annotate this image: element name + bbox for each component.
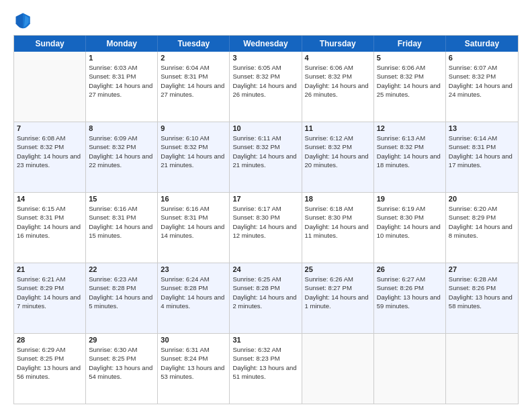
day-info: Sunrise: 6:16 AMSunset: 8:31 PMDaylight:… — [161, 204, 226, 240]
day-info: Sunrise: 6:13 AMSunset: 8:32 PMDaylight:… — [377, 134, 443, 169]
day-number: 15 — [89, 195, 154, 203]
day-number: 12 — [377, 124, 443, 132]
calendar-cell-18: 18Sunrise: 6:18 AMSunset: 8:30 PMDayligh… — [302, 193, 374, 263]
header-day-saturday: Saturday — [446, 36, 518, 52]
calendar-body: 1Sunrise: 6:03 AMSunset: 8:31 PMDaylight… — [14, 52, 518, 404]
day-number: 5 — [377, 54, 443, 62]
day-info: Sunrise: 6:19 AMSunset: 8:30 PMDaylight:… — [377, 204, 443, 240]
calendar-row-1: 7Sunrise: 6:08 AMSunset: 8:32 PMDaylight… — [14, 122, 518, 192]
day-info: Sunrise: 6:08 AMSunset: 8:32 PMDaylight:… — [17, 134, 83, 169]
day-info: Sunrise: 6:12 AMSunset: 8:32 PMDaylight:… — [305, 134, 371, 169]
day-number: 6 — [449, 54, 515, 62]
calendar-cell-15: 15Sunrise: 6:16 AMSunset: 8:31 PMDayligh… — [86, 193, 158, 263]
calendar-cell-7: 7Sunrise: 6:08 AMSunset: 8:32 PMDaylight… — [14, 122, 86, 192]
calendar-cell-empty — [374, 334, 446, 404]
calendar: SundayMondayTuesdayWednesdayThursdayFrid… — [13, 35, 519, 404]
calendar-cell-empty — [446, 334, 518, 404]
day-info: Sunrise: 6:06 AMSunset: 8:32 PMDaylight:… — [305, 63, 371, 99]
calendar-cell-27: 27Sunrise: 6:28 AMSunset: 8:26 PMDayligh… — [446, 263, 518, 333]
day-number: 4 — [305, 54, 371, 62]
calendar-cell-14: 14Sunrise: 6:15 AMSunset: 8:31 PMDayligh… — [14, 193, 86, 263]
calendar-cell-4: 4Sunrise: 6:06 AMSunset: 8:32 PMDaylight… — [302, 52, 374, 122]
day-number: 19 — [377, 195, 443, 203]
day-info: Sunrise: 6:31 AMSunset: 8:24 PMDaylight:… — [161, 345, 226, 381]
calendar-cell-13: 13Sunrise: 6:14 AMSunset: 8:31 PMDayligh… — [446, 122, 518, 192]
calendar-cell-19: 19Sunrise: 6:19 AMSunset: 8:30 PMDayligh… — [374, 193, 446, 263]
day-number: 17 — [232, 195, 298, 203]
day-info: Sunrise: 6:32 AMSunset: 8:23 PMDaylight:… — [232, 345, 298, 381]
calendar-cell-10: 10Sunrise: 6:11 AMSunset: 8:32 PMDayligh… — [230, 122, 302, 192]
day-info: Sunrise: 6:10 AMSunset: 8:32 PMDaylight:… — [161, 134, 226, 169]
calendar-cell-23: 23Sunrise: 6:24 AMSunset: 8:28 PMDayligh… — [158, 263, 230, 333]
header-day-wednesday: Wednesday — [230, 36, 302, 52]
calendar-cell-31: 31Sunrise: 6:32 AMSunset: 8:23 PMDayligh… — [230, 334, 302, 404]
day-number: 22 — [89, 265, 154, 273]
day-number: 14 — [17, 195, 83, 203]
day-info: Sunrise: 6:15 AMSunset: 8:31 PMDaylight:… — [17, 204, 83, 240]
calendar-cell-20: 20Sunrise: 6:20 AMSunset: 8:29 PMDayligh… — [446, 193, 518, 263]
day-info: Sunrise: 6:26 AMSunset: 8:27 PMDaylight:… — [305, 275, 371, 310]
day-info: Sunrise: 6:06 AMSunset: 8:32 PMDaylight:… — [377, 63, 443, 99]
logo — [13, 11, 35, 30]
calendar-cell-9: 9Sunrise: 6:10 AMSunset: 8:32 PMDaylight… — [158, 122, 230, 192]
day-info: Sunrise: 6:05 AMSunset: 8:32 PMDaylight:… — [232, 63, 298, 99]
day-number: 31 — [232, 336, 298, 344]
day-info: Sunrise: 6:07 AMSunset: 8:32 PMDaylight:… — [449, 63, 515, 99]
calendar-cell-8: 8Sunrise: 6:09 AMSunset: 8:32 PMDaylight… — [86, 122, 158, 192]
day-number: 8 — [89, 124, 154, 132]
day-info: Sunrise: 6:29 AMSunset: 8:25 PMDaylight:… — [17, 345, 83, 381]
day-number: 9 — [161, 124, 226, 132]
header-day-thursday: Thursday — [302, 36, 374, 52]
day-number: 30 — [161, 336, 226, 344]
day-number: 26 — [377, 265, 443, 273]
calendar-cell-6: 6Sunrise: 6:07 AMSunset: 8:32 PMDaylight… — [446, 52, 518, 122]
day-number: 18 — [305, 195, 371, 203]
calendar-cell-3: 3Sunrise: 6:05 AMSunset: 8:32 PMDaylight… — [230, 52, 302, 122]
day-number: 21 — [17, 265, 83, 273]
calendar-row-0: 1Sunrise: 6:03 AMSunset: 8:31 PMDaylight… — [14, 52, 518, 122]
day-number: 10 — [232, 124, 298, 132]
day-info: Sunrise: 6:24 AMSunset: 8:28 PMDaylight:… — [161, 275, 226, 310]
day-number: 13 — [449, 124, 515, 132]
day-number: 23 — [161, 265, 226, 273]
day-info: Sunrise: 6:03 AMSunset: 8:31 PMDaylight:… — [89, 63, 154, 99]
header-day-tuesday: Tuesday — [158, 36, 230, 52]
calendar-cell-22: 22Sunrise: 6:23 AMSunset: 8:28 PMDayligh… — [86, 263, 158, 333]
header-day-monday: Monday — [86, 36, 158, 52]
calendar-cell-21: 21Sunrise: 6:21 AMSunset: 8:29 PMDayligh… — [14, 263, 86, 333]
day-info: Sunrise: 6:27 AMSunset: 8:26 PMDaylight:… — [377, 275, 443, 310]
day-number: 2 — [161, 54, 226, 62]
header-day-sunday: Sunday — [14, 36, 86, 52]
calendar-cell-empty — [302, 334, 374, 404]
logo-icon — [13, 11, 32, 30]
day-info: Sunrise: 6:16 AMSunset: 8:31 PMDaylight:… — [89, 204, 154, 240]
calendar-row-3: 21Sunrise: 6:21 AMSunset: 8:29 PMDayligh… — [14, 263, 518, 333]
page: SundayMondayTuesdayWednesdayThursdayFrid… — [0, 0, 532, 411]
day-info: Sunrise: 6:20 AMSunset: 8:29 PMDaylight:… — [449, 204, 515, 240]
calendar-cell-28: 28Sunrise: 6:29 AMSunset: 8:25 PMDayligh… — [14, 334, 86, 404]
calendar-cell-empty — [14, 52, 86, 122]
calendar-cell-26: 26Sunrise: 6:27 AMSunset: 8:26 PMDayligh… — [374, 263, 446, 333]
day-info: Sunrise: 6:18 AMSunset: 8:30 PMDaylight:… — [305, 204, 371, 240]
header-day-friday: Friday — [374, 36, 446, 52]
day-number: 3 — [232, 54, 298, 62]
day-number: 25 — [305, 265, 371, 273]
calendar-cell-2: 2Sunrise: 6:04 AMSunset: 8:31 PMDaylight… — [158, 52, 230, 122]
day-number: 27 — [449, 265, 515, 273]
day-info: Sunrise: 6:11 AMSunset: 8:32 PMDaylight:… — [232, 134, 298, 169]
day-info: Sunrise: 6:09 AMSunset: 8:32 PMDaylight:… — [89, 134, 154, 169]
header — [13, 11, 519, 30]
calendar-row-2: 14Sunrise: 6:15 AMSunset: 8:31 PMDayligh… — [14, 192, 518, 263]
day-info: Sunrise: 6:21 AMSunset: 8:29 PMDaylight:… — [17, 275, 83, 310]
calendar-cell-30: 30Sunrise: 6:31 AMSunset: 8:24 PMDayligh… — [158, 334, 230, 404]
calendar-cell-29: 29Sunrise: 6:30 AMSunset: 8:25 PMDayligh… — [86, 334, 158, 404]
calendar-cell-24: 24Sunrise: 6:25 AMSunset: 8:28 PMDayligh… — [230, 263, 302, 333]
day-info: Sunrise: 6:23 AMSunset: 8:28 PMDaylight:… — [89, 275, 154, 310]
calendar-cell-17: 17Sunrise: 6:17 AMSunset: 8:30 PMDayligh… — [230, 193, 302, 263]
day-number: 29 — [89, 336, 154, 344]
day-number: 28 — [17, 336, 83, 344]
calendar-cell-11: 11Sunrise: 6:12 AMSunset: 8:32 PMDayligh… — [302, 122, 374, 192]
day-number: 11 — [305, 124, 371, 132]
day-info: Sunrise: 6:17 AMSunset: 8:30 PMDaylight:… — [232, 204, 298, 240]
day-info: Sunrise: 6:14 AMSunset: 8:31 PMDaylight:… — [449, 134, 515, 169]
